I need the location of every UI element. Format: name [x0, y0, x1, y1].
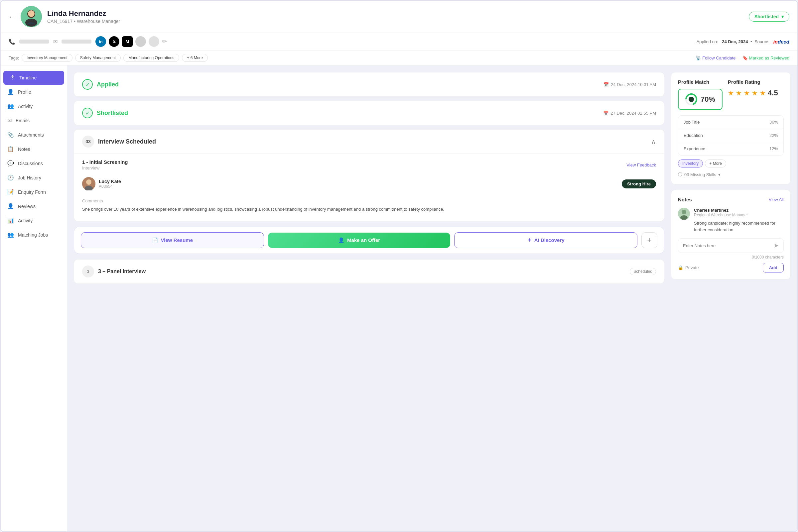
- tag-safety[interactable]: Safety Management: [75, 54, 121, 62]
- profile-match-card: Profile Match 70%: [671, 72, 791, 185]
- note-item: Charles Martinez Regional Warehouse Mana…: [678, 208, 784, 233]
- x-icon[interactable]: 𝕏: [109, 36, 119, 47]
- view-resume-button[interactable]: 📄 View Resume: [81, 232, 264, 248]
- match-row-experience: Experience 12%: [678, 142, 783, 155]
- applied-info: Applied on: 24 Dec, 2024 • Source: indee…: [697, 39, 790, 44]
- info-icon: ⓘ: [678, 171, 682, 177]
- chevron-down-icon: ▾: [718, 172, 721, 177]
- add-note-button[interactable]: Add: [763, 263, 784, 272]
- interviewer-id: A03654: [99, 184, 121, 189]
- medium-icon[interactable]: M: [122, 36, 133, 47]
- timeline-icon: ⏱: [10, 75, 15, 81]
- candidate-meta: CAN_16917 • Warehouse Manager: [47, 19, 120, 24]
- chevron-up-icon[interactable]: ∧: [651, 137, 656, 146]
- linkedin-icon[interactable]: in: [95, 36, 106, 47]
- follow-icon: 📡: [695, 56, 701, 60]
- tags-label: Tags:: [8, 56, 19, 60]
- match-row-job-title: Job Title 36%: [678, 116, 783, 129]
- note-input[interactable]: [683, 243, 771, 248]
- match-details: Job Title 36% Education 22% Experience 1…: [678, 115, 784, 155]
- svg-point-3: [28, 10, 35, 17]
- content-area: ✓ Applied 📅 24 Dec, 2024 10:31 AM ✓: [67, 65, 797, 531]
- sidebar-item-emails[interactable]: ✉ Emails: [1, 113, 67, 128]
- indeed-logo: indeed: [774, 39, 790, 44]
- star-3: ★: [744, 89, 750, 97]
- ai-icon: ✦: [527, 237, 532, 243]
- make-offer-button[interactable]: 👤 Make an Offer: [268, 233, 450, 248]
- sidebar-item-matching-jobs[interactable]: 👥 Matching Jobs: [1, 228, 67, 242]
- scheduled-badge: Scheduled: [630, 268, 656, 275]
- sidebar-item-timeline[interactable]: ⏱ Timeline: [3, 71, 64, 85]
- applied-step: ✓ Applied 📅 24 Dec, 2024 10:31 AM: [74, 72, 664, 97]
- resume-icon: 📄: [152, 237, 158, 243]
- enquiry-icon: 📝: [7, 189, 14, 195]
- matching-jobs-icon: 👥: [7, 232, 14, 238]
- send-button[interactable]: ➤: [774, 242, 779, 249]
- missing-skills[interactable]: ⓘ 03 Missing Skills ▾: [678, 171, 784, 177]
- skill-tag-inventory[interactable]: Inventory: [678, 159, 703, 168]
- skill-tag-more[interactable]: + More: [705, 159, 726, 168]
- plus-button[interactable]: +: [642, 232, 657, 248]
- reviewed-button[interactable]: 🔖 Marked as Reviewed: [742, 56, 790, 60]
- stars-row: ★ ★ ★ ★ ★ 4.5: [728, 89, 784, 97]
- screening-title: 1 - Initial Screening: [82, 159, 128, 165]
- note-input-row: ➤: [678, 238, 784, 253]
- sidebar-item-activity2[interactable]: 📊 Activity: [1, 213, 67, 228]
- ai-discovery-button[interactable]: ✦ AI Discovery: [454, 232, 637, 248]
- tag-inventory[interactable]: Inventory Management: [22, 54, 73, 62]
- shortlisted-date: 📅 27 Dec, 2024 02:55 PM: [603, 111, 656, 116]
- view-all-button[interactable]: View All: [769, 197, 784, 202]
- match-percent-box: 70%: [678, 89, 723, 110]
- discussions-icon: 💬: [7, 160, 14, 167]
- sidebar-item-reviews[interactable]: 👤 Reviews: [1, 199, 67, 213]
- rating-number: 4.5: [768, 89, 778, 97]
- follow-button[interactable]: 📡 Follow Candidate: [695, 56, 736, 60]
- sidebar-item-notes[interactable]: 📋 Notes: [1, 142, 67, 156]
- star-2: ★: [736, 89, 742, 97]
- match-percent: 70%: [701, 95, 715, 104]
- phone-blur: [19, 40, 49, 43]
- sidebar-item-activity[interactable]: 👥 Activity: [1, 99, 67, 113]
- social-icon-2[interactable]: [149, 36, 159, 47]
- edit-icon[interactable]: ✏: [162, 38, 167, 45]
- tag-more[interactable]: + 6 More: [182, 54, 208, 62]
- rating-title: Profile Rating: [728, 79, 784, 85]
- match-title: Profile Match: [678, 79, 723, 85]
- sidebar-item-profile[interactable]: 👤 Profile: [1, 85, 67, 99]
- reviews-icon: 👤: [7, 203, 14, 209]
- interview-title: Interview Scheduled: [98, 138, 156, 145]
- sidebar-item-enquiry[interactable]: 📝 Enquiry Form: [1, 185, 67, 199]
- svg-point-11: [682, 210, 686, 214]
- email-icon: ✉: [53, 39, 57, 45]
- svg-point-9: [689, 97, 694, 102]
- shortlisted-check: ✓: [82, 108, 93, 118]
- activity-icon: 👥: [7, 103, 14, 109]
- status-badge[interactable]: Shortlisted ▾: [749, 12, 790, 22]
- sidebar-item-job-history[interactable]: 🕐 Job History: [1, 170, 67, 185]
- job-history-icon: 🕐: [7, 174, 14, 181]
- timeline-column: ✓ Applied 📅 24 Dec, 2024 10:31 AM ✓: [74, 72, 664, 525]
- applied-check: ✓: [82, 79, 93, 90]
- interview-step-number: 03: [82, 136, 94, 148]
- sidebar-item-attachments[interactable]: 📎 Attachments: [1, 128, 67, 142]
- note-author-name: Charles Martinez: [694, 208, 784, 213]
- skills-tags: Inventory + More: [678, 159, 784, 168]
- applied-date: 📅 24 Dec, 2024 10:31 AM: [604, 82, 656, 87]
- strong-hire-badge: Strong Hire: [622, 179, 656, 188]
- back-button[interactable]: ←: [8, 13, 15, 21]
- notes-title: Notes: [678, 197, 692, 202]
- sidebar: ⏱ Timeline 👤 Profile 👥 Activity ✉ Emails…: [1, 65, 67, 531]
- private-row: 🔒 Private Add: [678, 263, 784, 272]
- contact-row: 📞 ✉ in 𝕏 M ✏ Applied on: 24 Dec, 2024 • …: [1, 33, 797, 51]
- svg-point-5: [86, 179, 91, 185]
- sidebar-item-discussions[interactable]: 💬 Discussions: [1, 156, 67, 170]
- char-count: 0/1000 characters: [678, 255, 784, 260]
- profile-icon: 👤: [7, 89, 14, 95]
- social-icon-1[interactable]: [135, 36, 146, 47]
- note-author-role: Regional Warehouse Manager: [694, 213, 784, 217]
- star-1: ★: [728, 89, 734, 97]
- tag-manufacturing[interactable]: Manufacturing Operations: [123, 54, 179, 62]
- notes-icon: 📋: [7, 146, 14, 152]
- view-feedback-button[interactable]: View Feedback: [627, 163, 656, 168]
- candidate-name: Linda Hernandez: [47, 9, 120, 18]
